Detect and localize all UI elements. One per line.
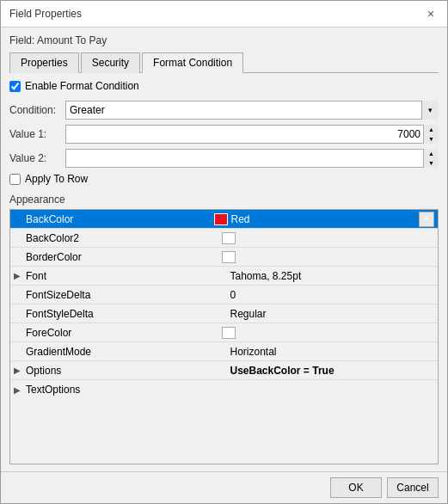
color-box-forecolor[interactable] xyxy=(222,327,236,339)
appearance-row-font[interactable]: ▶FontTahoma, 8.25pt xyxy=(10,267,438,286)
value2-spin-down[interactable]: ▼ xyxy=(424,158,439,168)
title-bar: Field Properties × xyxy=(1,1,447,28)
enable-format-condition-row: Enable Format Condition xyxy=(9,80,439,92)
appearance-row-textoptions[interactable]: ▶TextOptions xyxy=(10,380,438,399)
property-name-bordercolor: BorderColor xyxy=(26,251,222,263)
property-value-options: UseBackColor = True xyxy=(230,365,435,377)
appearance-row-backcolor[interactable]: BackColorRed▾ xyxy=(10,210,438,229)
tab-properties[interactable]: Properties xyxy=(9,52,79,73)
value2-label: Value 2: xyxy=(9,152,65,164)
tab-format-condition[interactable]: Format Condition xyxy=(142,52,243,73)
property-name-options: Options xyxy=(26,365,230,377)
condition-select[interactable]: Greater Less Equal Not Equal xyxy=(65,101,439,120)
appearance-row-fontsizedelta[interactable]: FontSizeDelta0 xyxy=(10,286,438,304)
close-button[interactable]: × xyxy=(423,6,439,22)
property-value-font: Tahoma, 8.25pt xyxy=(230,270,435,282)
appearance-row-gradientmode[interactable]: GradientModeHorizontal xyxy=(10,342,438,361)
value2-spin-up[interactable]: ▲ xyxy=(424,149,439,158)
value1-input[interactable] xyxy=(65,125,439,144)
value2-input-wrapper: ▲ ▼ xyxy=(65,149,439,168)
enable-format-condition-checkbox[interactable] xyxy=(9,81,21,92)
value1-spinner: ▲ ▼ xyxy=(423,125,439,144)
tab-bar: Properties Security Format Condition xyxy=(9,52,439,73)
property-value-gradientmode: Horizontal xyxy=(230,346,435,358)
appearance-row-fontstyledelta[interactable]: FontStyleDeltaRegular xyxy=(10,304,438,323)
value1-row: Value 1: ▲ ▼ xyxy=(9,125,439,144)
condition-row: Condition: Greater Less Equal Not Equal … xyxy=(9,101,439,120)
value1-spin-down[interactable]: ▼ xyxy=(424,134,439,144)
field-properties-dialog: Field Properties × Field: Amount To Pay … xyxy=(0,0,448,504)
property-name-fontsizedelta: FontSizeDelta xyxy=(26,289,230,301)
tab-security[interactable]: Security xyxy=(81,52,140,73)
dialog-body: Field: Amount To Pay Properties Security… xyxy=(1,28,447,471)
property-name-font: Font xyxy=(26,270,230,282)
property-name-fontstyledelta: FontStyleDelta xyxy=(26,308,230,320)
condition-select-wrapper: Greater Less Equal Not Equal ▾ xyxy=(65,101,439,120)
value1-input-wrapper: ▲ ▼ xyxy=(65,125,439,144)
ok-button[interactable]: OK xyxy=(330,477,382,498)
cancel-button[interactable]: Cancel xyxy=(387,477,439,498)
apply-to-row-row: Apply To Row xyxy=(9,173,439,185)
value2-input[interactable] xyxy=(65,149,439,168)
color-box-backcolor[interactable] xyxy=(214,213,228,225)
appearance-row-bordercolor[interactable]: BorderColor xyxy=(10,248,438,267)
value2-row: Value 2: ▲ ▼ xyxy=(9,149,439,168)
property-name-textoptions: TextOptions xyxy=(26,384,230,396)
value2-spinner: ▲ ▼ xyxy=(423,149,439,168)
appearance-row-backcolor2[interactable]: BackColor2 xyxy=(10,229,438,248)
field-label: Field: Amount To Pay xyxy=(9,34,439,46)
dialog-footer: OK Cancel xyxy=(1,471,447,503)
expand-icon-font[interactable]: ▶ xyxy=(14,271,26,280)
value1-label: Value 1: xyxy=(9,128,65,140)
property-value-fontstyledelta: Regular xyxy=(230,308,435,320)
enable-format-condition-label: Enable Format Condition xyxy=(25,80,139,92)
property-name-gradientmode: GradientMode xyxy=(26,346,230,358)
apply-to-row-checkbox[interactable] xyxy=(9,174,21,185)
property-name-backcolor2: BackColor2 xyxy=(26,232,222,244)
property-value-fontsizedelta: 0 xyxy=(230,289,435,301)
property-name-forecolor: ForeColor xyxy=(26,327,222,339)
expand-icon-textoptions[interactable]: ▶ xyxy=(14,385,26,395)
apply-to-row-label: Apply To Row xyxy=(25,173,88,185)
expand-icon-options[interactable]: ▶ xyxy=(14,366,26,375)
appearance-row-options[interactable]: ▶OptionsUseBackColor = True xyxy=(10,361,438,380)
appearance-table: BackColorRed▾BackColor2BorderColor▶FontT… xyxy=(9,209,439,464)
appearance-row-forecolor[interactable]: ForeColor xyxy=(10,323,438,342)
condition-label: Condition: xyxy=(9,104,65,116)
value1-spin-up[interactable]: ▲ xyxy=(424,125,439,134)
property-value-backcolor: Red xyxy=(231,213,420,225)
color-box-bordercolor[interactable] xyxy=(222,251,236,263)
color-box-backcolor2[interactable] xyxy=(222,232,236,244)
property-name-backcolor: BackColor xyxy=(26,213,214,225)
appearance-label: Appearance xyxy=(9,194,439,206)
dialog-title: Field Properties xyxy=(9,8,82,20)
dropdown-btn-backcolor[interactable]: ▾ xyxy=(419,212,434,227)
